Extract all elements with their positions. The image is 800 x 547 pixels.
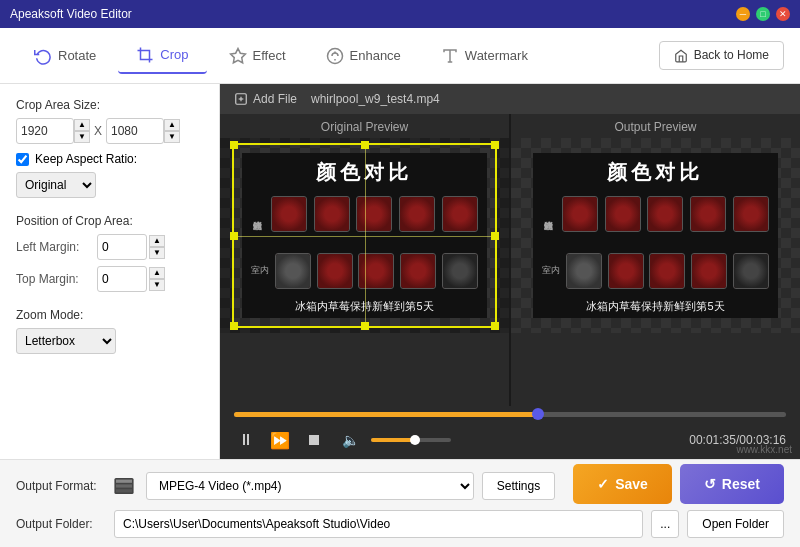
keep-aspect-ratio-checkbox[interactable]	[16, 153, 29, 166]
stop-button[interactable]: ⏹	[302, 429, 326, 451]
width-spin-down[interactable]: ▼	[74, 131, 90, 143]
maximize-button[interactable]: □	[756, 7, 770, 21]
crop-area-size-section: Crop Area Size: ▲ ▼ X ▲ ▼ Keep Aspect Ra…	[16, 98, 203, 198]
progress-bar-container	[220, 406, 800, 421]
progress-track[interactable]	[234, 412, 786, 417]
volume-icon: 🔈	[342, 432, 359, 448]
top-margin-spin-down[interactable]: ▼	[149, 279, 165, 291]
pause-button[interactable]: ⏸	[234, 429, 258, 451]
progress-fill	[234, 412, 538, 417]
left-margin-input[interactable]	[97, 234, 147, 260]
output-video-title: 颜色对比	[533, 153, 779, 186]
original-top-items-row: 冰箱锁鲜能内	[242, 186, 488, 243]
crop-tool-label: Crop	[160, 47, 188, 62]
volume-thumb[interactable]	[410, 435, 420, 445]
save-button[interactable]: ✓ Save	[573, 464, 672, 504]
effect-icon	[229, 47, 247, 65]
minimize-button[interactable]: ─	[736, 7, 750, 21]
left-margin-spinbox: ▲ ▼	[149, 235, 165, 259]
output-format-select[interactable]: MPEG-4 Video (*.mp4)	[146, 472, 474, 500]
top-margin-spinbox: ▲ ▼	[149, 267, 165, 291]
original-preview-panel: Original Preview 颜色对比 冰箱锁鲜能内	[220, 114, 509, 406]
original-preview-label: Original Preview	[321, 114, 408, 138]
zoom-mode-label: Zoom Mode:	[16, 308, 203, 322]
width-spinbox: ▲ ▼	[74, 119, 90, 143]
bottom-bar: Output Format: MPEG-4 Video (*.mp4) Sett…	[0, 459, 800, 547]
original-preview-video: 颜色对比 冰箱锁鲜能内 室内	[220, 138, 509, 333]
window-controls: ─ □ ✕	[736, 7, 790, 21]
save-label: Save	[615, 476, 648, 492]
action-buttons: ✓ Save ↺ Reset	[573, 468, 784, 504]
output-item-1	[562, 196, 598, 232]
effect-tool-button[interactable]: Effect	[211, 39, 304, 73]
back-to-home-label: Back to Home	[694, 48, 769, 62]
height-spin-down[interactable]: ▼	[164, 131, 180, 143]
close-button[interactable]: ✕	[776, 7, 790, 21]
original-video-content: 颜色对比 冰箱锁鲜能内 室内	[220, 138, 509, 333]
zoom-mode-select[interactable]: Letterbox Pan & Scan Full	[16, 328, 116, 354]
original-video-inner: 颜色对比 冰箱锁鲜能内 室内	[242, 153, 488, 319]
height-spinbox: ▲ ▼	[164, 119, 180, 143]
output-video-subtitle: 冰箱内草莓保持新鲜到第5天	[533, 299, 779, 318]
original-item-7	[317, 253, 353, 289]
original-video-title: 颜色对比	[242, 153, 488, 186]
enhance-tool-button[interactable]: Enhance	[308, 39, 419, 73]
width-input[interactable]	[16, 118, 74, 144]
left-margin-spin-up[interactable]: ▲	[149, 235, 165, 247]
top-margin-input[interactable]	[97, 266, 147, 292]
aspect-ratio-select[interactable]: Original 16:9 4:3 1:1	[16, 172, 96, 198]
output-item-2	[605, 196, 641, 232]
volume-track[interactable]	[371, 438, 451, 442]
x-separator: X	[94, 124, 102, 138]
height-spin-up[interactable]: ▲	[164, 119, 180, 131]
output-preview-video: 颜色对比 冰箱锁鲜能内 室内	[511, 138, 800, 333]
original-bottom-items-row: 室内	[242, 243, 488, 300]
save-check-icon: ✓	[597, 476, 609, 492]
file-bar: Add File whirlpool_w9_test4.mp4	[220, 84, 800, 114]
output-room-label: 室内	[542, 264, 560, 277]
output-top-items-row: 冰箱锁鲜能内	[533, 186, 779, 243]
left-margin-label: Left Margin:	[16, 240, 91, 254]
original-item-8	[358, 253, 394, 289]
original-item-6	[275, 253, 311, 289]
browse-folder-button[interactable]: ...	[651, 510, 679, 538]
output-item-6	[566, 253, 602, 289]
folder-path-input[interactable]	[114, 510, 643, 538]
add-file-button[interactable]: Add File	[234, 92, 297, 107]
settings-button[interactable]: Settings	[482, 472, 555, 500]
open-folder-button[interactable]: Open Folder	[687, 510, 784, 538]
volume-fill	[371, 438, 415, 442]
position-label: Position of Crop Area:	[16, 214, 203, 228]
height-input[interactable]	[106, 118, 164, 144]
original-item-2	[314, 196, 350, 232]
output-preview-panel: Output Preview 颜色对比 冰箱锁鲜能内	[511, 114, 800, 406]
left-panel: Crop Area Size: ▲ ▼ X ▲ ▼ Keep Aspect Ra…	[0, 84, 220, 459]
add-file-icon	[234, 92, 248, 107]
output-item-9	[691, 253, 727, 289]
output-item-10	[733, 253, 769, 289]
width-spin-up[interactable]: ▲	[74, 119, 90, 131]
svg-rect-11	[116, 484, 132, 487]
top-margin-spin-up[interactable]: ▲	[149, 267, 165, 279]
forward-button[interactable]: ⏩	[266, 429, 294, 452]
add-file-label: Add File	[253, 92, 297, 106]
toolbar: Rotate Crop Effect Enha	[0, 28, 800, 84]
back-to-home-button[interactable]: Back to Home	[659, 41, 784, 70]
original-item-4	[399, 196, 435, 232]
output-video-content: 颜色对比 冰箱锁鲜能内 室内	[511, 138, 800, 333]
original-item-10	[442, 253, 478, 289]
enhance-icon	[326, 47, 344, 65]
position-section: Position of Crop Area: Left Margin: ▲ ▼ …	[16, 214, 203, 292]
rotate-tool-button[interactable]: Rotate	[16, 39, 114, 73]
original-item-5	[442, 196, 478, 232]
crop-tool-button[interactable]: Crop	[118, 38, 206, 74]
keep-aspect-ratio-row: Keep Aspect Ratio:	[16, 152, 203, 166]
reset-label: Reset	[722, 476, 760, 492]
progress-thumb[interactable]	[532, 408, 544, 420]
reset-button[interactable]: ↺ Reset	[680, 464, 784, 504]
left-margin-spin-down[interactable]: ▼	[149, 247, 165, 259]
rotate-icon	[34, 47, 52, 65]
svg-point-1	[327, 48, 342, 63]
watermark-tool-button[interactable]: Watermark	[423, 39, 546, 73]
original-item-1	[271, 196, 307, 232]
